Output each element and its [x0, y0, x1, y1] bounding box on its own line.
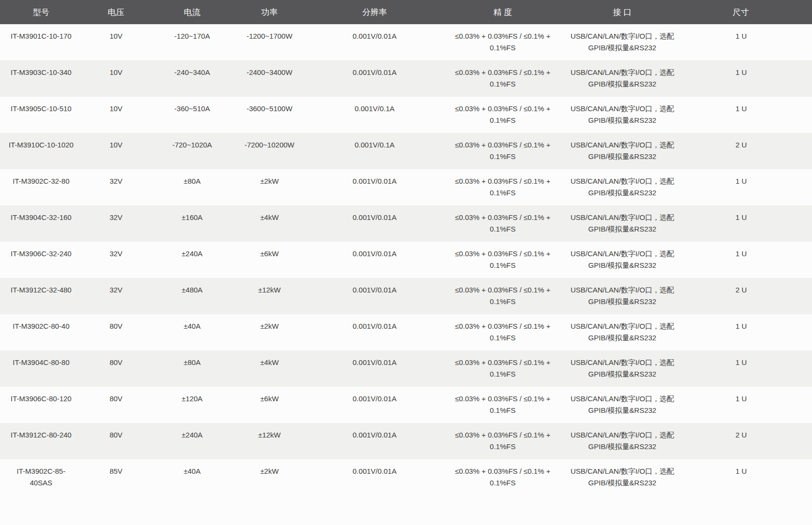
cell-current: -240~340A: [150, 60, 234, 97]
cell-model: IT-M3902C-80-40: [0, 314, 82, 350]
table-row: IT-M3906C-80-120 80V ±120A ±6kW 0.001V/0…: [0, 387, 812, 423]
cell-model: IT-M3903C-10-340: [0, 60, 82, 97]
cell-current: ±120A: [150, 387, 234, 423]
table-row: IT-M3902C-32-80 32V ±80A ±2kW 0.001V/0.0…: [0, 169, 812, 205]
cell-resolution: 0.001V/0.01A: [304, 169, 445, 205]
table-row: IT-M3912C-80-240 80V ±240A ±12kW 0.001V/…: [0, 423, 812, 459]
cell-voltage: 80V: [82, 350, 150, 387]
cell-power: ±4kW: [234, 205, 304, 242]
cell-resolution: 0.001V/0.01A: [304, 24, 445, 60]
cell-accuracy: ≤0.03% + 0.03%FS / ≤0.1% + 0.1%FS: [445, 423, 561, 459]
header-row: 型号 电压 电流 功率 分辨率 精 度 接 口 尺寸: [0, 0, 812, 24]
cell-accuracy: ≤0.03% + 0.03%FS / ≤0.1% + 0.1%FS: [445, 350, 561, 387]
cell-model: IT-M3902C-85- 40SAS: [0, 459, 82, 496]
cell-resolution: 0.001V/0.01A: [304, 60, 445, 97]
cell-voltage: 10V: [82, 60, 150, 97]
cell-resolution: 0.001V/0.01A: [304, 278, 445, 314]
table-row: IT-M3902C-80-40 80V ±40A ±2kW 0.001V/0.0…: [0, 314, 812, 350]
cell-current: ±40A: [150, 459, 234, 496]
table-row: IT-M3902C-85- 40SAS 85V ±40A ±2kW 0.001V…: [0, 459, 812, 496]
column-header-accuracy: 精 度: [445, 0, 561, 24]
cell-current: ±40A: [150, 314, 234, 350]
cell-interface: USB/CAN/LAN/数字I/O口，选配 GPIB/模拟量&RS232: [561, 97, 684, 133]
cell-power: ±12kW: [234, 278, 304, 314]
cell-power: ±6kW: [234, 242, 304, 278]
cell-size: 1 U: [684, 24, 812, 60]
cell-size: 1 U: [684, 242, 812, 278]
cell-current: -360~510A: [150, 97, 234, 133]
cell-accuracy: ≤0.03% + 0.03%FS / ≤0.1% + 0.1%FS: [445, 97, 561, 133]
cell-voltage: 32V: [82, 278, 150, 314]
table-row: IT-M3912C-32-480 32V ±480A ±12kW 0.001V/…: [0, 278, 812, 314]
cell-interface: USB/CAN/LAN/数字I/O口，选配 GPIB/模拟量&RS232: [561, 423, 684, 459]
cell-size: 1 U: [684, 350, 812, 387]
cell-size: 2 U: [684, 423, 812, 459]
cell-size: 1 U: [684, 459, 812, 496]
cell-size: 1 U: [684, 205, 812, 242]
cell-accuracy: ≤0.03% + 0.03%FS / ≤0.1% + 0.1%FS: [445, 60, 561, 97]
cell-voltage: 85V: [82, 459, 150, 496]
cell-accuracy: ≤0.03% + 0.03%FS / ≤0.1% + 0.1%FS: [445, 314, 561, 350]
cell-accuracy: ≤0.03% + 0.03%FS / ≤0.1% + 0.1%FS: [445, 205, 561, 242]
cell-voltage: 10V: [82, 24, 150, 60]
column-header-voltage: 电压: [82, 0, 150, 24]
cell-interface: USB/CAN/LAN/数字I/O口，选配 GPIB/模拟量&RS232: [561, 350, 684, 387]
cell-current: ±240A: [150, 423, 234, 459]
cell-size: 1 U: [684, 169, 812, 205]
cell-model: IT-M3902C-32-80: [0, 169, 82, 205]
column-header-model: 型号: [0, 0, 82, 24]
cell-size: 2 U: [684, 278, 812, 314]
cell-size: 1 U: [684, 60, 812, 97]
cell-power: ±4kW: [234, 350, 304, 387]
cell-resolution: 0.001V/0.01A: [304, 242, 445, 278]
cell-voltage: 80V: [82, 314, 150, 350]
cell-voltage: 32V: [82, 169, 150, 205]
cell-power: ±2kW: [234, 169, 304, 205]
cell-resolution: 0.001V/0.01A: [304, 205, 445, 242]
column-header-size: 尺寸: [684, 0, 812, 24]
table-row: IT-M3905C-10-510 10V -360~510A -3600~510…: [0, 97, 812, 133]
cell-model: IT-M3906C-80-120: [0, 387, 82, 423]
cell-resolution: 0.001V/0.01A: [304, 387, 445, 423]
cell-model: IT-M3906C-32-240: [0, 242, 82, 278]
cell-model: IT-M3904C-32-160: [0, 205, 82, 242]
cell-power: -3600~5100W: [234, 97, 304, 133]
cell-current: -120~170A: [150, 24, 234, 60]
cell-interface: USB/CAN/LAN/数字I/O口，选配 GPIB/模拟量&RS232: [561, 24, 684, 60]
cell-size: 1 U: [684, 97, 812, 133]
cell-current: -720~1020A: [150, 133, 234, 169]
cell-resolution: 0.001V/0.1A: [304, 97, 445, 133]
cell-voltage: 80V: [82, 387, 150, 423]
cell-resolution: 0.001V/0.01A: [304, 423, 445, 459]
cell-model: IT-M3905C-10-510: [0, 97, 82, 133]
cell-interface: USB/CAN/LAN/数字I/O口，选配 GPIB/模拟量&RS232: [561, 387, 684, 423]
cell-size: 1 U: [684, 314, 812, 350]
column-header-current: 电流: [150, 0, 234, 24]
cell-power: -2400~3400W: [234, 60, 304, 97]
cell-model: IT-M3912C-32-480: [0, 278, 82, 314]
cell-accuracy: ≤0.03% + 0.03%FS / ≤0.1% + 0.1%FS: [445, 387, 561, 423]
cell-resolution: 0.001V/0.01A: [304, 314, 445, 350]
cell-current: ±160A: [150, 205, 234, 242]
cell-size: 1 U: [684, 387, 812, 423]
cell-interface: USB/CAN/LAN/数字I/O口，选配 GPIB/模拟量&RS232: [561, 278, 684, 314]
cell-accuracy: ≤0.03% + 0.03%FS / ≤0.1% + 0.1%FS: [445, 278, 561, 314]
table-row: IT-M3901C-10-170 10V -120~170A -1200~170…: [0, 24, 812, 60]
table-row: IT-M3906C-32-240 32V ±240A ±6kW 0.001V/0…: [0, 242, 812, 278]
cell-resolution: 0.001V/0.01A: [304, 350, 445, 387]
cell-voltage: 10V: [82, 133, 150, 169]
cell-accuracy: ≤0.03% + 0.03%FS / ≤0.1% + 0.1%FS: [445, 459, 561, 496]
cell-model: IT-M3904C-80-80: [0, 350, 82, 387]
cell-interface: USB/CAN/LAN/数字I/O口，选配 GPIB/模拟量&RS232: [561, 459, 684, 496]
cell-current: ±240A: [150, 242, 234, 278]
cell-interface: USB/CAN/LAN/数字I/O口，选配 GPIB/模拟量&RS232: [561, 60, 684, 97]
column-header-resolution: 分辨率: [304, 0, 445, 24]
cell-interface: USB/CAN/LAN/数字I/O口，选配 GPIB/模拟量&RS232: [561, 169, 684, 205]
cell-power: -1200~1700W: [234, 24, 304, 60]
cell-model: IT-M3910C-10-1020: [0, 133, 82, 169]
cell-resolution: 0.001V/0.01A: [304, 459, 445, 496]
cell-interface: USB/CAN/LAN/数字I/O口，选配 GPIB/模拟量&RS232: [561, 205, 684, 242]
cell-accuracy: ≤0.03% + 0.03%FS / ≤0.1% + 0.1%FS: [445, 169, 561, 205]
column-header-interface: 接 口: [561, 0, 684, 24]
cell-size: 2 U: [684, 133, 812, 169]
